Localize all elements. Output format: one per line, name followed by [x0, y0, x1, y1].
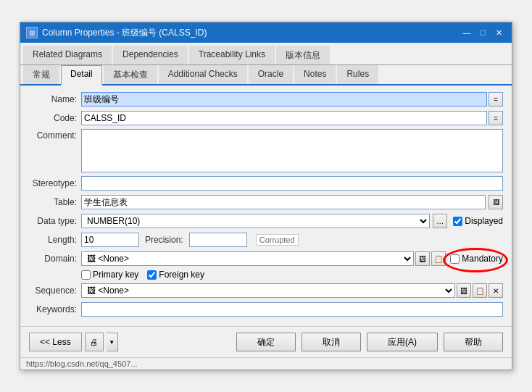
table-row: Table: 🖼: [29, 194, 503, 210]
precision-input[interactable]: [189, 233, 247, 247]
less-button[interactable]: << Less: [29, 333, 82, 351]
name-label: Name:: [29, 94, 81, 104]
tabs-row1: Related Diagrams Dependencies Traceabili…: [20, 43, 512, 65]
print-dropdown-button[interactable]: ▼: [107, 333, 118, 351]
maximize-button[interactable]: □: [475, 26, 490, 39]
table-input-group: 🖼: [81, 195, 503, 209]
datatype-ellipsis-button[interactable]: …: [433, 214, 447, 228]
status-text: https://blog.csdn.net/qq_4507...: [26, 359, 138, 368]
domain-input-group: 🖼 <None> 🖼 📋 Mandatory: [81, 251, 503, 266]
tab-additional-checks[interactable]: Additional Checks: [159, 65, 247, 84]
datatype-row: Data type: NUMBER(10) … Displayed: [29, 213, 503, 229]
tab-notes[interactable]: Notes: [294, 65, 336, 84]
stereotype-select[interactable]: [81, 176, 503, 191]
sequence-input-group: 🖼 <None> 🖼 📋 ✕: [81, 283, 503, 298]
domain-select[interactable]: 🖼 <None>: [81, 251, 414, 266]
mandatory-container: Mandatory: [450, 254, 503, 264]
displayed-label[interactable]: Displayed: [453, 216, 503, 226]
status-bar: https://blog.csdn.net/qq_4507...: [20, 357, 512, 370]
code-input-group: =: [81, 111, 503, 125]
displayed-checkbox-group: Displayed: [453, 216, 503, 226]
comment-label: Comment:: [29, 129, 81, 141]
keywords-input[interactable]: [81, 302, 503, 317]
confirm-button[interactable]: 确定: [236, 333, 296, 351]
pk-fk-row: Primary key Foreign key: [81, 270, 503, 280]
window-icon: ⊞: [26, 27, 38, 38]
domain-btn2[interactable]: 📋: [431, 251, 446, 266]
main-window: ⊞ Column Properties - 班级编号 (CALSS_ID) — …: [20, 22, 512, 370]
length-input[interactable]: [81, 233, 139, 247]
code-eq-button[interactable]: =: [489, 111, 503, 125]
comment-row: Comment:: [29, 129, 503, 172]
length-label: Length:: [29, 235, 81, 245]
sequence-btn1[interactable]: 🖼: [457, 283, 471, 298]
foreign-key-label[interactable]: Foreign key: [147, 270, 204, 280]
sequence-btn3[interactable]: ✕: [489, 283, 503, 298]
tab-traceability-links[interactable]: Traceability Links: [189, 46, 275, 64]
length-precision-group: Precision: Corrupted: [81, 233, 503, 247]
help-button[interactable]: 帮助: [444, 333, 503, 351]
domain-row: Domain: 🖼 <None> 🖼 📋 Mandatory: [29, 251, 503, 267]
table-input[interactable]: [81, 195, 486, 209]
mandatory-label-group[interactable]: Mandatory: [450, 254, 503, 264]
tab-rules[interactable]: Rules: [337, 65, 378, 84]
tab-version-info[interactable]: 版本信息: [276, 46, 330, 64]
title-bar: ⊞ Column Properties - 班级编号 (CALSS_ID) — …: [20, 22, 512, 43]
name-eq-button[interactable]: =: [489, 92, 503, 107]
footer: << Less 🖨 ▼ 确定 取消 应用(A) 帮助: [20, 326, 512, 357]
datatype-label: Data type:: [29, 216, 81, 226]
domain-btn1[interactable]: 🖼: [415, 251, 430, 266]
datatype-select[interactable]: NUMBER(10): [81, 214, 430, 228]
window-title: Column Properties - 班级编号 (CALSS_ID): [42, 27, 207, 39]
minimize-button[interactable]: —: [460, 26, 474, 39]
title-controls: — □ ✕: [460, 26, 506, 39]
foreign-key-checkbox[interactable]: [147, 270, 157, 280]
print-button[interactable]: 🖨: [85, 333, 104, 351]
keywords-label: Keywords:: [29, 304, 81, 314]
cancel-button[interactable]: 取消: [302, 333, 361, 351]
code-input[interactable]: [81, 111, 487, 125]
sequence-label: Sequence:: [29, 285, 81, 296]
footer-center: 确定 取消 应用(A) 帮助: [236, 333, 503, 351]
name-row: Name: =: [29, 91, 503, 107]
tab-dependencies[interactable]: Dependencies: [113, 46, 188, 64]
domain-label: Domain:: [29, 254, 81, 264]
table-browse-button[interactable]: 🖼: [489, 195, 503, 209]
tab-basic-check[interactable]: 基本检查: [104, 65, 157, 84]
table-label: Table:: [29, 197, 81, 207]
form-content: Name: = Code: = Comment: Stereotype:: [20, 86, 512, 326]
sequence-btn2[interactable]: 📋: [473, 283, 487, 298]
primary-key-label[interactable]: Primary key: [81, 270, 138, 280]
footer-left: << Less 🖨 ▼: [29, 333, 118, 351]
precision-label: Precision:: [145, 235, 183, 245]
primary-key-checkbox[interactable]: [81, 270, 91, 280]
code-label: Code:: [29, 113, 81, 123]
tab-regular[interactable]: 常规: [23, 65, 59, 84]
name-input[interactable]: [81, 92, 487, 107]
displayed-checkbox[interactable]: [453, 217, 462, 226]
apply-button[interactable]: 应用(A): [367, 333, 438, 351]
tab-oracle[interactable]: Oracle: [249, 65, 293, 84]
name-input-group: =: [81, 92, 503, 107]
stereotype-row: Stereotype:: [29, 175, 503, 191]
sequence-select[interactable]: 🖼 <None>: [81, 283, 455, 298]
title-bar-left: ⊞ Column Properties - 班级编号 (CALSS_ID): [26, 27, 207, 39]
comment-textarea[interactable]: [81, 129, 503, 172]
datatype-input-group: NUMBER(10) … Displayed: [81, 214, 503, 228]
keywords-row: Keywords:: [29, 301, 503, 317]
sequence-row: Sequence: 🖼 <None> 🖼 📋 ✕: [29, 283, 503, 299]
tab-related-diagrams[interactable]: Related Diagrams: [23, 46, 112, 64]
stereotype-select-group: [81, 176, 503, 191]
mandatory-checkbox[interactable]: [450, 254, 460, 264]
tabs-row2: 常规 Detail 基本检查 Additional Checks Oracle …: [20, 65, 512, 86]
stereotype-label: Stereotype:: [29, 178, 81, 188]
length-row: Length: Precision: Corrupted: [29, 232, 503, 248]
code-row: Code: =: [29, 110, 503, 126]
close-button[interactable]: ✕: [491, 26, 506, 39]
corrupted-display: Corrupted: [256, 234, 299, 246]
mandatory-area: Mandatory: [450, 254, 503, 264]
tab-detail[interactable]: Detail: [61, 65, 102, 86]
